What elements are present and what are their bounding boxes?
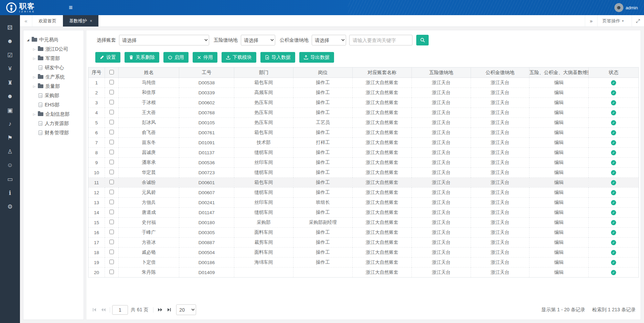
row-checkbox[interactable] xyxy=(109,230,114,234)
cell-select[interactable] xyxy=(105,218,119,228)
edit-base-link[interactable]: 编辑 xyxy=(554,100,564,105)
row-checkbox[interactable] xyxy=(109,140,114,144)
cell-select[interactable] xyxy=(105,188,119,198)
row-checkbox[interactable] xyxy=(109,220,114,224)
cell-maintain[interactable]: 编辑 xyxy=(529,168,589,178)
currency-yen-icon[interactable]: ¥ xyxy=(0,62,20,76)
caret-expanded-icon[interactable]: ◢ xyxy=(27,38,32,42)
bank-icon[interactable]: ♜ xyxy=(0,76,20,90)
cell-select[interactable] xyxy=(105,148,119,158)
tab-operations-button[interactable]: 页签操作 ▾ xyxy=(597,15,632,27)
person-icon[interactable]: ♙ xyxy=(0,145,20,158)
cell-maintain[interactable]: 编辑 xyxy=(529,218,589,228)
search-input[interactable] xyxy=(349,35,412,45)
edit-base-link[interactable]: 编辑 xyxy=(554,230,564,235)
page-size-select[interactable]: 20 xyxy=(176,304,196,315)
edit-base-link[interactable]: 编辑 xyxy=(554,160,564,165)
row-checkbox[interactable] xyxy=(109,150,114,154)
cell-select[interactable] xyxy=(105,208,119,218)
tree-item-2[interactable]: ▷军需部 xyxy=(27,54,80,63)
edit-base-link[interactable]: 编辑 xyxy=(554,260,564,265)
cell-maintain[interactable]: 编辑 xyxy=(529,108,589,118)
cell-select[interactable] xyxy=(105,168,119,178)
cell-select[interactable] xyxy=(105,108,119,118)
cell-maintain[interactable]: 编辑 xyxy=(529,238,589,248)
edit-base-link[interactable]: 编辑 xyxy=(554,240,564,245)
edit-base-link[interactable]: 编辑 xyxy=(554,140,564,145)
cell-select[interactable] xyxy=(105,88,119,98)
last-page-icon[interactable] xyxy=(164,305,173,314)
cell-maintain[interactable]: 编辑 xyxy=(529,208,589,218)
row-checkbox[interactable] xyxy=(109,260,114,264)
cell-maintain[interactable]: 编辑 xyxy=(529,248,589,258)
first-page-icon[interactable] xyxy=(90,305,99,314)
cell-maintain[interactable]: 编辑 xyxy=(529,78,589,88)
cell-select[interactable] xyxy=(105,268,119,278)
row-checkbox[interactable] xyxy=(109,270,114,274)
caret-collapsed-icon[interactable]: ▷ xyxy=(33,113,38,116)
checklist-icon[interactable]: ☑ xyxy=(0,48,20,62)
edit-base-link[interactable]: 编辑 xyxy=(554,250,564,255)
tree-item-5[interactable]: ▷质量部 xyxy=(27,82,80,91)
tab-0[interactable]: 欢迎首页 xyxy=(32,15,63,27)
edit-base-link[interactable]: 编辑 xyxy=(554,110,564,115)
row-checkbox[interactable] xyxy=(109,250,114,254)
row-checkbox[interactable] xyxy=(109,110,114,114)
edit-base-link[interactable]: 编辑 xyxy=(554,190,564,195)
cubes-icon[interactable]: ⚄ xyxy=(0,21,20,34)
row-checkbox[interactable] xyxy=(109,210,114,214)
mic-icon[interactable]: ♪ xyxy=(0,117,20,131)
row-checkbox[interactable] xyxy=(109,160,114,164)
row-checkbox[interactable] xyxy=(109,100,114,104)
row-checkbox[interactable] xyxy=(109,90,114,94)
insurance-place-select[interactable]: 请选择 xyxy=(241,35,275,45)
avatar[interactable]: ☻ xyxy=(614,3,623,12)
tree-item-8[interactable]: ▷企划信息部 xyxy=(27,110,80,119)
cell-select[interactable] xyxy=(105,248,119,258)
download-template-button[interactable]: 下载模块 xyxy=(222,52,256,63)
caret-collapsed-icon[interactable]: ▷ xyxy=(33,57,38,60)
caret-collapsed-icon[interactable]: ▷ xyxy=(33,75,38,79)
cell-select[interactable] xyxy=(105,98,119,108)
edit-base-link[interactable]: 编辑 xyxy=(554,90,564,95)
tree-item-3[interactable]: 研发中心 xyxy=(27,63,80,72)
cell-maintain[interactable]: 编辑 xyxy=(529,188,589,198)
disable-button[interactable]: 停用 xyxy=(193,52,217,63)
search-button[interactable] xyxy=(416,35,429,45)
cell-maintain[interactable]: 编辑 xyxy=(529,258,589,268)
page-number-input[interactable] xyxy=(112,305,128,315)
user-icon[interactable]: ☺ xyxy=(0,158,20,172)
edit-base-link[interactable]: 编辑 xyxy=(554,270,564,275)
tree-item-9[interactable]: 人力资源部 xyxy=(27,119,80,128)
edit-base-link[interactable]: 编辑 xyxy=(554,200,564,205)
cell-maintain[interactable]: 编辑 xyxy=(529,178,589,188)
edit-base-link[interactable]: 编辑 xyxy=(554,80,564,85)
edit-base-link[interactable]: 编辑 xyxy=(554,120,564,125)
edit-base-link[interactable]: 编辑 xyxy=(554,180,564,185)
caret-collapsed-icon[interactable]: ▷ xyxy=(33,48,38,51)
fund-place-select[interactable]: 请选择 xyxy=(312,35,346,45)
team-icon[interactable]: ☻ xyxy=(0,90,20,103)
edit-base-link[interactable]: 编辑 xyxy=(554,170,564,175)
cell-maintain[interactable]: 编辑 xyxy=(529,98,589,108)
cell-select[interactable] xyxy=(105,228,119,238)
cell-select[interactable] xyxy=(105,128,119,138)
info-icon[interactable]: ℹ xyxy=(0,186,20,200)
next-page-icon[interactable] xyxy=(155,305,164,314)
cell-maintain[interactable]: 编辑 xyxy=(529,268,589,278)
row-checkbox[interactable] xyxy=(109,180,114,184)
hamburger-menu-icon[interactable]: ≡ xyxy=(69,4,73,11)
row-checkbox[interactable] xyxy=(109,80,114,84)
cell-maintain[interactable]: 编辑 xyxy=(529,88,589,98)
cell-maintain[interactable]: 编辑 xyxy=(529,148,589,158)
edit-base-link[interactable]: 编辑 xyxy=(554,210,564,215)
edit-base-link[interactable]: 编辑 xyxy=(554,130,564,135)
cell-select[interactable] xyxy=(105,158,119,168)
row-checkbox[interactable] xyxy=(109,130,114,134)
cell-select[interactable] xyxy=(105,78,119,88)
caret-collapsed-icon[interactable]: ▷ xyxy=(33,85,38,88)
account-select[interactable]: 请选择 xyxy=(119,35,209,45)
tabs-scroll-left-icon[interactable]: « xyxy=(20,15,32,27)
import-data-button[interactable]: 导入数据 xyxy=(260,52,295,63)
row-checkbox[interactable] xyxy=(109,170,114,174)
